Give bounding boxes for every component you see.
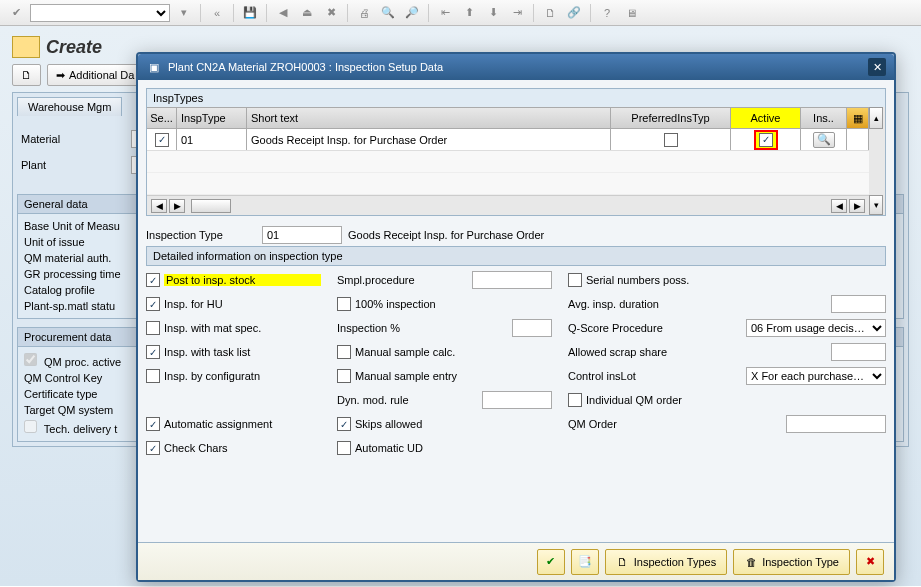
insp-config-checkbox[interactable] bbox=[146, 369, 160, 383]
dropdown-caret-icon[interactable]: ▾ bbox=[174, 3, 194, 23]
inspection-types-button[interactable]: 🗋Inspection Types bbox=[605, 549, 727, 575]
help-icon[interactable]: ? bbox=[597, 3, 617, 23]
scroll-right2-icon[interactable]: ▶ bbox=[849, 199, 865, 213]
scroll-down-icon[interactable]: ▾ bbox=[869, 195, 883, 215]
command-dropdown[interactable] bbox=[30, 4, 170, 22]
inspection-type-text: Goods Receipt Insp. for Purchase Order bbox=[348, 229, 544, 241]
row-ins-button[interactable]: 🔍 bbox=[813, 132, 835, 148]
find-next-icon[interactable]: 🔎 bbox=[402, 3, 422, 23]
inspection-type-label: Inspection Type bbox=[146, 229, 256, 241]
prev-page-icon[interactable]: ⬆ bbox=[459, 3, 479, 23]
insp-hu-label: Insp. for HU bbox=[164, 298, 321, 310]
man-sample-calc-checkbox[interactable] bbox=[337, 345, 351, 359]
scroll-left-icon[interactable]: ◀ bbox=[151, 199, 167, 213]
serial-label: Serial numbers poss. bbox=[586, 274, 886, 286]
check-chars-checkbox[interactable] bbox=[146, 441, 160, 455]
pct100-checkbox[interactable] bbox=[337, 297, 351, 311]
back-icon[interactable]: « bbox=[207, 3, 227, 23]
scroll-thumb[interactable] bbox=[191, 199, 231, 213]
inspection-type-btn-label: Inspection Type bbox=[762, 556, 839, 568]
additional-data-button[interactable]: ➡ Additional Da bbox=[47, 64, 143, 86]
qm-order-input[interactable] bbox=[786, 415, 886, 433]
additional-data-label: Additional Da bbox=[69, 69, 134, 81]
pct100-label: 100% inspection bbox=[355, 298, 552, 310]
col-preferred-header[interactable]: PreferredInsTyp bbox=[611, 108, 731, 128]
modal-title-text: Plant CN2A Material ZROH0003 : Inspectio… bbox=[168, 61, 443, 73]
skips-checkbox[interactable] bbox=[337, 417, 351, 431]
insp-task-list-label: Insp. with task list bbox=[164, 346, 321, 358]
new-session-icon[interactable]: 🗋 bbox=[540, 3, 560, 23]
row-select-checkbox[interactable] bbox=[155, 133, 169, 147]
shortcut-icon[interactable]: 🔗 bbox=[564, 3, 584, 23]
next-page-icon[interactable]: ⬇ bbox=[483, 3, 503, 23]
find-icon[interactable]: 🔍 bbox=[378, 3, 398, 23]
enter-icon[interactable]: ✔ bbox=[6, 3, 26, 23]
auto-assign-checkbox[interactable] bbox=[146, 417, 160, 431]
avg-dur-input[interactable] bbox=[831, 295, 886, 313]
qscore-select[interactable]: 06 From usage decis… bbox=[746, 319, 886, 337]
tech-delivery-checkbox bbox=[24, 420, 37, 433]
nav-exit-icon[interactable]: ⏏ bbox=[297, 3, 317, 23]
scroll-up-icon[interactable]: ▴ bbox=[869, 107, 883, 129]
inspection-types-label: Inspection Types bbox=[634, 556, 716, 568]
layout-icon[interactable]: 🖥 bbox=[621, 3, 641, 23]
insp-hu-checkbox[interactable] bbox=[146, 297, 160, 311]
insp-mat-spec-checkbox[interactable] bbox=[146, 321, 160, 335]
table-row[interactable]: 01 Goods Receipt Insp. for Purchase Orde… bbox=[147, 129, 869, 151]
smpl-proc-label: Smpl.procedure bbox=[337, 274, 468, 286]
scrap-label: Allowed scrap share bbox=[568, 346, 827, 358]
modal-window-icon: ▣ bbox=[146, 59, 162, 75]
smpl-proc-input[interactable] bbox=[472, 271, 552, 289]
col-active-header[interactable]: Active bbox=[731, 108, 801, 128]
activate-button[interactable]: 📑 bbox=[571, 549, 599, 575]
col-select-header[interactable]: Se... bbox=[147, 108, 177, 128]
cancel-button[interactable]: ✖ bbox=[856, 549, 884, 575]
inspection-setup-modal: ▣ Plant CN2A Material ZROH0003 : Inspect… bbox=[136, 52, 896, 582]
control-lot-label: Control insLot bbox=[568, 370, 742, 382]
insp-pct-label: Inspection % bbox=[337, 322, 508, 334]
modal-titlebar[interactable]: ▣ Plant CN2A Material ZROH0003 : Inspect… bbox=[138, 54, 894, 80]
qm-proc-checkbox bbox=[24, 353, 37, 366]
row-shorttext-cell: Goods Receipt Insp. for Purchase Order bbox=[247, 129, 611, 150]
ind-qm-checkbox[interactable] bbox=[568, 393, 582, 407]
last-page-icon[interactable]: ⇥ bbox=[507, 3, 527, 23]
post-insp-stock-checkbox[interactable] bbox=[146, 273, 160, 287]
tab-warehouse[interactable]: Warehouse Mgm bbox=[17, 97, 122, 116]
scroll-left2-icon[interactable]: ◀ bbox=[831, 199, 847, 213]
material-label: Material bbox=[21, 133, 131, 145]
first-page-icon[interactable]: ⇤ bbox=[435, 3, 455, 23]
scroll-right-icon[interactable]: ▶ bbox=[169, 199, 185, 213]
grid-hscrollbar[interactable]: ◀ ▶ ◀ ▶ bbox=[147, 195, 869, 215]
auto-ud-checkbox[interactable] bbox=[337, 441, 351, 455]
accept-button[interactable]: ✔ bbox=[537, 549, 565, 575]
scrap-input[interactable] bbox=[831, 343, 886, 361]
inspection-type-button[interactable]: 🗑Inspection Type bbox=[733, 549, 850, 575]
page-icon bbox=[12, 36, 40, 58]
col-ins-header[interactable]: Ins.. bbox=[801, 108, 847, 128]
save-icon[interactable]: 💾 bbox=[240, 3, 260, 23]
modal-close-button[interactable]: ✕ bbox=[868, 58, 886, 76]
insp-pct-input[interactable] bbox=[512, 319, 552, 337]
insp-task-list-checkbox[interactable] bbox=[146, 345, 160, 359]
qm-order-label: QM Order bbox=[568, 418, 782, 430]
control-lot-select[interactable]: X For each purchase… bbox=[746, 367, 886, 385]
insptypes-grid: InspTypes Se... InspType Short text Pref… bbox=[146, 88, 886, 216]
nav-back-icon[interactable]: ◀ bbox=[273, 3, 293, 23]
col-insptype-header[interactable]: InspType bbox=[177, 108, 247, 128]
row-preferred-checkbox[interactable] bbox=[664, 133, 678, 147]
row-active-checkbox[interactable] bbox=[759, 133, 773, 147]
inspection-type-input[interactable] bbox=[262, 226, 342, 244]
doc-new-icon: 🗋 bbox=[616, 555, 630, 569]
avg-dur-label: Avg. insp. duration bbox=[568, 298, 827, 310]
dyn-mod-input[interactable] bbox=[482, 391, 552, 409]
col-shorttext-header[interactable]: Short text bbox=[247, 108, 611, 128]
print-icon[interactable]: 🖨 bbox=[354, 3, 374, 23]
man-sample-entry-checkbox[interactable] bbox=[337, 369, 351, 383]
row-insptype-cell[interactable]: 01 bbox=[177, 129, 247, 150]
serial-checkbox[interactable] bbox=[568, 273, 582, 287]
check-icon: ✔ bbox=[544, 555, 558, 569]
nav-cancel-icon[interactable]: ✖ bbox=[321, 3, 341, 23]
grid-vscrollbar[interactable]: ▴ ▾ bbox=[869, 107, 885, 215]
new-icon-button[interactable]: 🗋 bbox=[12, 64, 41, 86]
col-config-header[interactable]: ▦ bbox=[847, 108, 869, 128]
